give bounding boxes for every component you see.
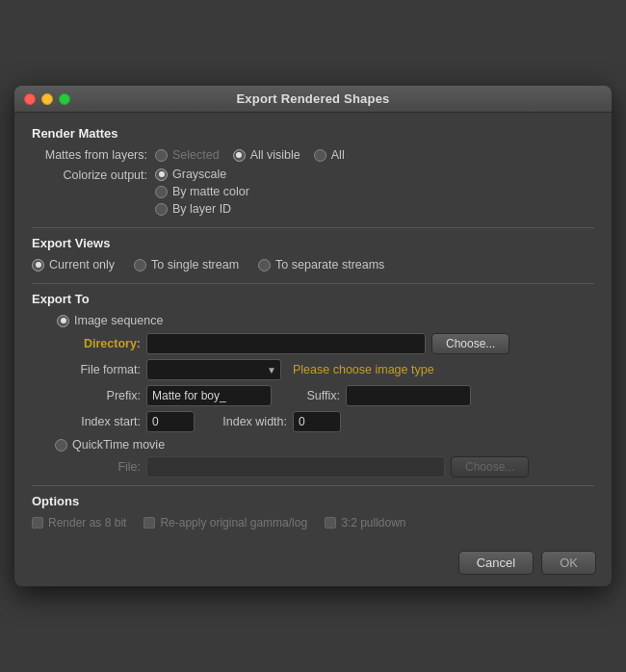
index-row: Index start: Index width: <box>59 411 594 432</box>
export-window: Export Rendered Shapes Render Mattes Mat… <box>14 86 612 586</box>
export-single-stream-option[interactable]: To single stream <box>134 258 239 271</box>
colorize-matte-color-label: By matte color <box>172 185 249 198</box>
directory-label: Directory: <box>59 337 141 350</box>
export-views-title: Export Views <box>32 236 594 250</box>
colorize-matte-color-option[interactable]: By matte color <box>155 185 249 198</box>
quicktime-row: QuickTime movie <box>32 438 594 452</box>
render-8bit-checkbox[interactable] <box>32 517 43 529</box>
traffic-lights <box>24 93 70 105</box>
pulldown-checkbox[interactable] <box>325 517 336 529</box>
colorize-layer-id-label: By layer ID <box>172 202 231 216</box>
suffix-input[interactable] <box>346 385 471 406</box>
mattes-all-visible-label: All visible <box>250 148 300 162</box>
qt-file-input <box>146 456 445 478</box>
render-8bit-option[interactable]: Render as 8 bit <box>32 516 126 530</box>
colorize-output-row: Colorize output: Grayscale By matte colo… <box>32 168 594 216</box>
colorize-matte-color-radio[interactable] <box>155 186 168 198</box>
file-format-select-wrapper: ▼ <box>146 359 281 380</box>
window-title: Export Rendered Shapes <box>237 91 390 106</box>
pulldown-label: 3:2 pulldown <box>341 516 405 530</box>
dialog-footer: Cancel OK <box>14 543 612 586</box>
please-choose-text: Please choose image type <box>293 363 434 376</box>
mattes-all-visible-option[interactable]: All visible <box>233 148 300 162</box>
export-current-only-radio[interactable] <box>32 259 44 271</box>
index-width-input[interactable] <box>293 411 341 432</box>
render-8bit-label: Render as 8 bit <box>48 516 126 530</box>
prefix-label: Prefix: <box>59 389 141 402</box>
file-format-select[interactable] <box>146 359 281 380</box>
colorize-grayscale-label: Grayscale <box>172 168 226 181</box>
prefix-input[interactable] <box>146 385 272 406</box>
divider-2 <box>32 283 594 284</box>
quicktime-option[interactable]: QuickTime movie <box>55 438 165 452</box>
render-mattes-title: Render Mattes <box>32 126 594 141</box>
mattes-radio-group: Selected All visible All <box>155 148 345 162</box>
export-separate-streams-radio[interactable] <box>258 259 271 271</box>
prefix-suffix-row: Prefix: Suffix: <box>59 385 594 406</box>
mattes-selected-label: Selected <box>172 148 220 162</box>
mattes-from-layers-row: Mattes from layers: Selected All visible… <box>32 148 594 162</box>
quicktime-label: QuickTime movie <box>72 438 165 452</box>
image-sequence-radio[interactable] <box>57 315 69 327</box>
suffix-label: Suffix: <box>287 389 340 402</box>
image-sequence-fields: Directory: Choose... File format: ▼ Plea… <box>59 333 594 432</box>
quicktime-radio[interactable] <box>55 439 67 452</box>
mattes-from-layers-label: Mattes from layers: <box>32 148 147 162</box>
export-to-title: Export To <box>32 292 594 306</box>
pulldown-option[interactable]: 3:2 pulldown <box>325 516 405 530</box>
qt-file-label: File: <box>59 460 141 474</box>
image-sequence-label: Image sequence <box>74 314 163 327</box>
index-start-input[interactable] <box>146 411 195 432</box>
file-format-label: File format: <box>59 363 141 376</box>
ok-button[interactable]: OK <box>541 551 596 575</box>
mattes-selected-option[interactable]: Selected <box>155 148 220 162</box>
options-title: Options <box>32 494 594 508</box>
colorize-layer-id-option[interactable]: By layer ID <box>155 202 249 216</box>
colorize-label: Colorize output: <box>32 168 147 182</box>
colorize-grayscale-radio[interactable] <box>155 168 168 181</box>
export-current-only-label: Current only <box>49 258 115 271</box>
export-separate-streams-option[interactable]: To separate streams <box>258 258 384 271</box>
export-single-stream-radio[interactable] <box>134 259 146 271</box>
mattes-all-radio[interactable] <box>314 149 326 162</box>
reapply-gamma-checkbox[interactable] <box>143 517 155 529</box>
image-sequence-option[interactable]: Image sequence <box>57 314 163 327</box>
directory-input[interactable] <box>146 333 426 354</box>
mattes-all-visible-radio[interactable] <box>233 149 246 162</box>
options-section: Options Render as 8 bit Re-apply origina… <box>32 494 594 530</box>
minimize-button[interactable] <box>41 93 53 105</box>
export-to-section: Export To Image sequence Directory: Choo… <box>32 292 594 478</box>
colorize-layer-id-radio[interactable] <box>155 203 168 216</box>
qt-choose-button: Choose... <box>451 456 529 478</box>
index-width-label: Index width: <box>210 415 287 428</box>
reapply-gamma-option[interactable]: Re-apply original gamma/log <box>143 516 307 530</box>
mattes-all-option[interactable]: All <box>314 148 345 162</box>
export-views-row: Current only To single stream To separat… <box>32 258 594 271</box>
maximize-button[interactable] <box>59 93 70 105</box>
render-mattes-section: Render Mattes Mattes from layers: Select… <box>32 126 594 216</box>
directory-row: Directory: Choose... <box>59 333 594 354</box>
index-start-label: Index start: <box>59 415 141 428</box>
export-separate-streams-label: To separate streams <box>275 258 384 271</box>
divider-3 <box>32 485 594 486</box>
export-views-section: Export Views Current only To single stre… <box>32 236 594 271</box>
quicktime-file-row: File: Choose... <box>59 456 594 478</box>
image-sequence-row: Image sequence <box>32 314 594 327</box>
reapply-gamma-label: Re-apply original gamma/log <box>160 516 307 530</box>
colorize-group: Grayscale By matte color By layer ID <box>155 168 249 216</box>
divider-1 <box>32 227 594 228</box>
directory-choose-button[interactable]: Choose... <box>431 333 509 354</box>
export-single-stream-label: To single stream <box>151 258 239 271</box>
titlebar: Export Rendered Shapes <box>14 86 612 113</box>
colorize-grayscale-option[interactable]: Grayscale <box>155 168 249 181</box>
export-current-only-option[interactable]: Current only <box>32 258 115 271</box>
close-button[interactable] <box>24 93 36 105</box>
file-format-row: File format: ▼ Please choose image type <box>59 359 594 380</box>
cancel-button[interactable]: Cancel <box>458 551 534 575</box>
mattes-selected-radio[interactable] <box>155 149 168 162</box>
options-checkboxes: Render as 8 bit Re-apply original gamma/… <box>32 516 594 530</box>
dialog-content: Render Mattes Mattes from layers: Select… <box>14 113 612 543</box>
mattes-all-label: All <box>331 148 345 162</box>
